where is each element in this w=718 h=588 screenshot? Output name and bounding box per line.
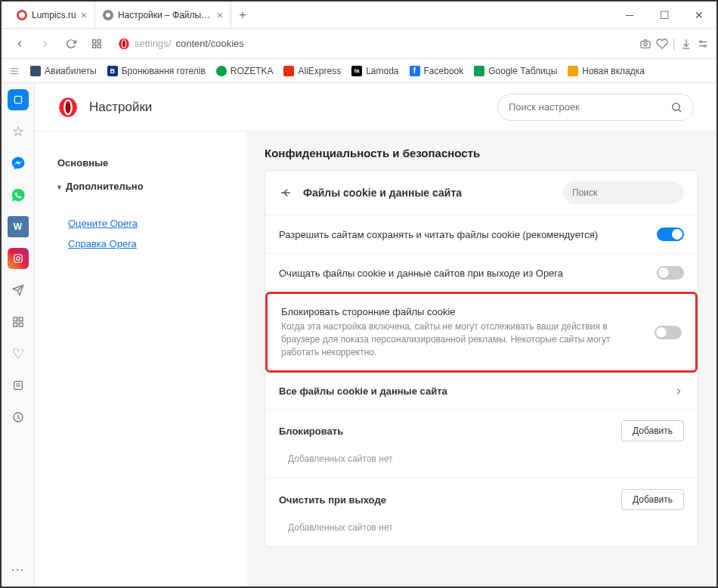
nav-help-opera[interactable]: Справка Opera — [57, 234, 224, 254]
svg-point-30 — [673, 103, 679, 110]
svg-line-31 — [679, 110, 681, 112]
card-header-title: Файлы cookie и данные сайта — [303, 187, 552, 199]
toggle-block-third-party[interactable] — [655, 326, 682, 339]
opera-icon — [118, 38, 130, 50]
instagram-icon[interactable] — [8, 248, 29, 269]
cookies-card: Файлы cookie и данные сайта Разрешить са… — [265, 170, 698, 547]
maximize-button[interactable]: ☐ — [647, 2, 682, 28]
bookmark-item[interactable]: Google Таблицы — [474, 66, 557, 76]
bookmark-label: ROZETKA — [231, 66, 274, 76]
download-icon[interactable] — [680, 38, 692, 50]
bookmark-label: Facebook — [424, 66, 464, 76]
svg-rect-5 — [97, 45, 101, 48]
news-icon[interactable] — [8, 375, 29, 396]
clear-title: Очистить при выходе — [279, 494, 386, 506]
bookmarks-icon[interactable]: ☆ — [8, 121, 29, 142]
bookmark-item[interactable]: ROZETKA — [216, 66, 274, 76]
bookmarks-bar: Авиабилеты BБронювання готелів ROZETKA A… — [2, 59, 716, 83]
bookmark-label: Авиабилеты — [45, 66, 97, 76]
bookmark-item[interactable]: Авиабилеты — [30, 66, 97, 76]
separator: | — [673, 37, 676, 51]
row-clear-on-exit[interactable]: Очищать файлы cookie и данные сайтов при… — [265, 253, 698, 292]
clear-on-exit-section: Очистить при выходе Добавить Добавленных… — [265, 478, 698, 546]
clear-empty-text: Добавленных сайтов нет — [279, 510, 684, 536]
bookmarks-folder-icon[interactable] — [9, 66, 20, 76]
row-description: Когда эта настройка включена, сайты не м… — [281, 320, 645, 358]
left-rail: ☆ W ♡ ⋯ — [2, 83, 35, 586]
tab-close-icon[interactable]: × — [81, 9, 87, 21]
messenger-icon[interactable] — [8, 153, 29, 174]
bookmark-label: Новая вкладка — [582, 66, 645, 76]
tab-settings[interactable]: Настройки – Файлы cookie × — [95, 2, 231, 28]
nav-basic[interactable]: Основные — [57, 151, 224, 175]
block-section: Блокировать Добавить Добавленных сайтов … — [265, 409, 698, 478]
reload-button[interactable] — [60, 33, 82, 54]
snapshot-icon[interactable] — [639, 38, 651, 50]
settings-header: Настройки — [35, 83, 716, 132]
bookmark-item[interactable]: fFacebook — [410, 66, 464, 76]
history-icon[interactable] — [8, 407, 29, 428]
extensions-icon[interactable] — [8, 311, 29, 333]
bookmark-item[interactable]: Новая вкладка — [568, 66, 645, 76]
svg-point-10 — [644, 42, 647, 45]
personal-news-icon[interactable]: ♡ — [8, 343, 29, 364]
bookmark-item[interactable]: laLamoda — [351, 66, 398, 76]
svg-rect-20 — [19, 317, 23, 321]
row-all-cookies[interactable]: Все файлы cookie и данные сайта — [265, 373, 698, 409]
card-search-input[interactable] — [572, 187, 686, 198]
heart-icon[interactable] — [656, 38, 668, 50]
row-block-third-party[interactable]: Блокировать сторонние файлы cookie Когда… — [265, 292, 698, 373]
card-search[interactable] — [563, 181, 684, 204]
whatsapp-icon[interactable] — [8, 184, 29, 206]
tab-strip: Lumpics.ru × Настройки – Файлы cookie × … — [2, 2, 612, 28]
favicon-gear-icon — [103, 10, 113, 20]
svg-point-15 — [704, 45, 706, 47]
add-block-button[interactable]: Добавить — [621, 420, 684, 441]
settings-search[interactable] — [497, 94, 694, 121]
tab-close-icon[interactable]: × — [217, 9, 223, 21]
nav-rate-opera[interactable]: Оцените Opera — [57, 213, 224, 234]
new-tab-button[interactable]: + — [231, 2, 254, 28]
toggle-clear-on-exit[interactable] — [657, 266, 684, 280]
address-prefix: settings/ — [135, 38, 171, 49]
flow-icon[interactable] — [8, 280, 29, 301]
chevron-right-icon — [673, 386, 684, 397]
settings-title: Настройки — [89, 100, 487, 115]
svg-point-14 — [700, 41, 702, 43]
address-path: content/cookies — [175, 38, 243, 49]
row-label: Очищать файлы cookie и данные сайтов при… — [279, 268, 648, 279]
settings-nav: Основные Дополнительно Оцените Opera Спр… — [35, 132, 246, 586]
settings-panel: Конфиденциальность и безопасность Файлы … — [246, 132, 716, 586]
address-input[interactable]: settings/content/cookies — [112, 33, 635, 54]
tab-title: Настройки – Файлы cookie — [118, 10, 212, 20]
opera-logo-icon — [57, 97, 79, 118]
address-bar: settings/content/cookies | — [2, 29, 716, 59]
bookmark-item[interactable]: AliExpress — [283, 66, 341, 76]
speed-dial-icon[interactable] — [8, 89, 29, 110]
close-button[interactable]: ✕ — [682, 2, 716, 28]
svg-rect-22 — [19, 323, 23, 326]
back-arrow-icon[interactable] — [279, 186, 292, 200]
toggle-allow-cookies[interactable] — [657, 227, 684, 241]
panel-section-title: Конфиденциальность и безопасность — [265, 147, 698, 159]
vk-icon[interactable]: W — [8, 216, 29, 237]
tab-title: Lumpics.ru — [32, 10, 76, 20]
svg-rect-16 — [14, 96, 21, 103]
bookmark-label: AliExpress — [298, 66, 341, 76]
row-label: Все файлы cookie и данные сайта — [279, 385, 664, 397]
row-allow-cookies[interactable]: Разрешить сайтам сохранять и читать файл… — [265, 215, 698, 253]
svg-point-18 — [16, 257, 20, 261]
row-label: Разрешить сайтам сохранять и читать файл… — [279, 229, 648, 240]
tab-lumpics[interactable]: Lumpics.ru × — [9, 2, 95, 28]
forward-button[interactable] — [35, 33, 56, 54]
settings-search-input[interactable] — [509, 101, 670, 113]
back-button[interactable] — [9, 33, 30, 54]
speed-dial-button[interactable] — [86, 33, 107, 54]
more-icon[interactable]: ⋯ — [11, 561, 26, 577]
bookmark-item[interactable]: BБронювання готелів — [107, 66, 206, 76]
add-clear-button[interactable]: Добавить — [621, 489, 684, 510]
nav-advanced[interactable]: Дополнительно — [57, 175, 224, 198]
block-empty-text: Добавленных сайтов нет — [279, 441, 684, 467]
easy-setup-icon[interactable] — [697, 38, 709, 50]
minimize-button[interactable]: ─ — [612, 2, 647, 28]
